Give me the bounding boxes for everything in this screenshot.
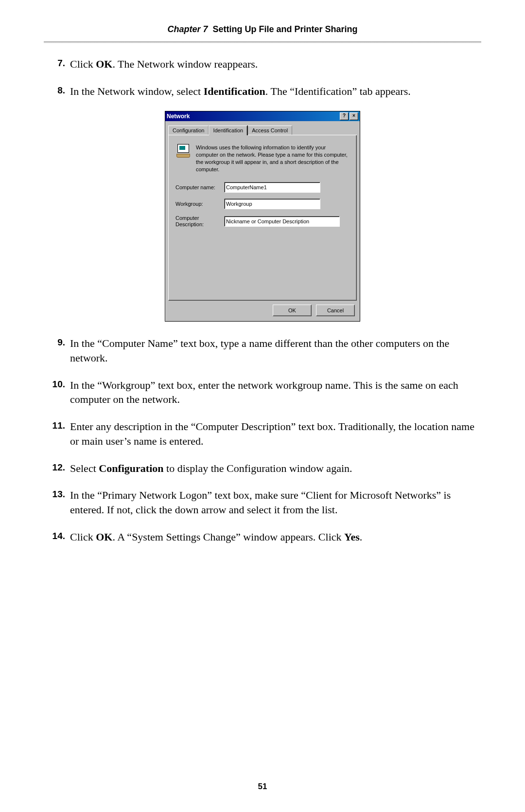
- row-computer-name: Computer name:: [175, 182, 350, 193]
- row-workgroup: Workgroup:: [175, 198, 350, 209]
- step-11: 11. Enter any description in the “Comput…: [44, 419, 481, 448]
- tab-row: Configuration Identification Access Cont…: [168, 124, 357, 135]
- tab-content: Windows uses the following information t…: [168, 135, 357, 301]
- chapter-header: Chapter 7 Setting Up File and Printer Sh…: [44, 24, 481, 41]
- label-computer-name: Computer name:: [175, 184, 224, 190]
- label-workgroup: Workgroup:: [175, 201, 224, 207]
- step-text: In the “Primary Network Logon” text box,…: [70, 488, 481, 517]
- label-description: Computer Description:: [175, 215, 224, 228]
- step-number: 9.: [44, 336, 70, 365]
- input-description[interactable]: [224, 216, 340, 227]
- step-number: 8.: [44, 84, 70, 99]
- step-text: In the “Computer Name” text box, type a …: [70, 336, 481, 365]
- network-dialog: Network ? × Configuration Identification…: [165, 111, 360, 322]
- input-workgroup[interactable]: [224, 198, 320, 209]
- step-number: 11.: [44, 419, 70, 448]
- step-number: 14.: [44, 530, 70, 544]
- step-14: 14. Click OK. A “System Settings Change”…: [44, 530, 481, 544]
- cancel-button[interactable]: Cancel: [316, 305, 355, 316]
- tab-access-control[interactable]: Access Control: [247, 126, 292, 135]
- step-text: Click OK. The Network window reappears.: [70, 57, 481, 72]
- help-button[interactable]: ?: [340, 112, 349, 120]
- step-text: In the Network window, select Identifica…: [70, 84, 481, 99]
- header-rule: [44, 41, 481, 43]
- tab-identification[interactable]: Identification: [209, 126, 247, 135]
- titlebar[interactable]: Network ? ×: [165, 111, 360, 121]
- step-list-after: 9. In the “Computer Name” text box, type…: [44, 336, 481, 544]
- button-row: OK Cancel: [168, 301, 357, 318]
- step-9: 9. In the “Computer Name” text box, type…: [44, 336, 481, 365]
- step-number: 12.: [44, 461, 70, 476]
- chapter-label: Chapter 7: [167, 24, 208, 34]
- tab-configuration[interactable]: Configuration: [168, 126, 209, 135]
- step-number: 13.: [44, 488, 70, 517]
- step-number: 7.: [44, 57, 70, 72]
- info-text: Windows uses the following information t…: [196, 144, 350, 173]
- row-description: Computer Description:: [175, 215, 350, 228]
- close-button[interactable]: ×: [350, 112, 358, 120]
- step-text: Click OK. A “System Settings Change” win…: [70, 530, 481, 544]
- dialog-body: Configuration Identification Access Cont…: [165, 121, 360, 321]
- step-text: In the “Workgroup” text box, enter the n…: [70, 378, 481, 407]
- input-computer-name[interactable]: [224, 182, 320, 193]
- step-text: Select Configuration to display the Conf…: [70, 461, 481, 476]
- info-row: Windows uses the following information t…: [175, 144, 350, 173]
- dialog-screenshot: Network ? × Configuration Identification…: [44, 111, 481, 322]
- ok-button[interactable]: OK: [273, 305, 312, 316]
- chapter-title: Setting Up File and Printer Sharing: [213, 24, 358, 34]
- window-title: Network: [167, 113, 339, 120]
- step-12: 12. Select Configuration to display the …: [44, 461, 481, 476]
- computer-icon: [175, 144, 191, 160]
- step-number: 10.: [44, 378, 70, 407]
- step-7: 7. Click OK. The Network window reappear…: [44, 57, 481, 72]
- step-list-before: 7. Click OK. The Network window reappear…: [44, 57, 481, 98]
- step-8: 8. In the Network window, select Identif…: [44, 84, 481, 99]
- step-13: 13. In the “Primary Network Logon” text …: [44, 488, 481, 517]
- step-10: 10. In the “Workgroup” text box, enter t…: [44, 378, 481, 407]
- page-number: 51: [0, 782, 525, 792]
- step-text: Enter any description in the “Computer D…: [70, 419, 481, 448]
